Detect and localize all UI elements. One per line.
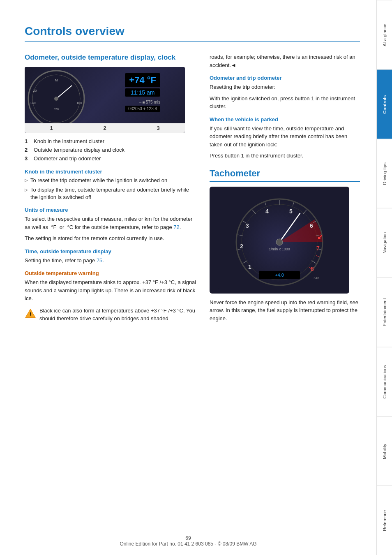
odometer-instruction: With the ignition switched on, press but… — [210, 95, 360, 111]
cluster-inner: M 20 140 150 180 150 +74 °F 11 — [25, 67, 185, 133]
svg-text:3: 3 — [246, 222, 249, 229]
units-text: To select the respective units of measur… — [25, 215, 197, 231]
svg-text:!: ! — [30, 312, 31, 317]
units-heading: Units of measure — [25, 207, 197, 213]
knob-section-heading: Knob in the instrument cluster — [25, 169, 197, 175]
svg-text:150: 150 — [54, 108, 59, 111]
svg-text:2: 2 — [240, 243, 243, 250]
svg-text:↙: ↙ — [317, 234, 323, 240]
time-display: 11:15 am — [125, 88, 160, 97]
svg-text:6: 6 — [310, 222, 313, 229]
center-display: +74 °F 11:15 am →■ 575 mls 032050 + 123.… — [125, 73, 160, 112]
tachometer-image: 1 2 3 4 5 6 7 8 — [210, 187, 349, 294]
warning-box-text: Black ice can also form at temperatures … — [39, 307, 197, 323]
svg-text:7: 7 — [316, 245, 320, 252]
warning-box: ! Black ice can also form at temperature… — [25, 307, 197, 326]
sidebar-item-at-a-glance[interactable]: At a glance — [377, 0, 392, 69]
knob-bullet-1: To reset the trip odometer while the ign… — [25, 177, 197, 184]
svg-text:1/min x 1000: 1/min x 1000 — [269, 247, 290, 251]
parked-text: If you still want to view the time, outs… — [210, 125, 360, 149]
svg-text:20: 20 — [33, 89, 37, 92]
odometer-trip-display: 032050 + 123.8 — [125, 106, 160, 112]
svg-point-8 — [54, 97, 58, 101]
speedometer-svg: M 20 140 150 180 150 — [27, 69, 86, 129]
outside-temp-warning-text: When the displayed temperature sinks to … — [25, 278, 197, 303]
odometer-reset-text: Resetting the trip odometer: — [210, 83, 360, 91]
two-column-layout: Odometer, outside temperature display, c… — [25, 53, 360, 547]
page-title: Controls overview — [25, 25, 360, 42]
tachometer-description: Never force the engine speed up into the… — [210, 298, 360, 323]
svg-text:140: 140 — [30, 101, 36, 105]
odometer-section-heading: Odometer, outside temperature display, c… — [25, 53, 197, 62]
sidebar-item-entertainment[interactable]: Entertainment — [377, 278, 392, 347]
odometer-miles: 575 mls — [146, 100, 160, 104]
footer-text: Online Edition for Part no. 01 41 2 603 … — [120, 541, 256, 547]
sidebar-item-mobility[interactable]: Mobility — [377, 416, 392, 486]
svg-text:M: M — [55, 78, 58, 82]
units-link[interactable]: 72 — [173, 224, 179, 230]
svg-text:340: 340 — [314, 276, 319, 280]
svg-text:4: 4 — [265, 208, 269, 215]
sidebar-item-reference[interactable]: Reference — [377, 486, 392, 555]
outside-temp-warning-heading: Outside temperature warning — [25, 270, 197, 276]
image-label-1: 1 Knob in the instrument cluster — [25, 138, 197, 145]
tachometer-heading: Tachometer — [210, 168, 360, 182]
units-text2: The setting is stored for the remote con… — [25, 234, 197, 243]
time-display-text: Setting the time, refer to page 75. — [25, 257, 197, 265]
tachometer-svg: 1 2 3 4 5 6 7 8 — [218, 191, 341, 289]
svg-text:180: 180 — [76, 101, 82, 105]
sidebar: At a glance Controls Driving tips Naviga… — [376, 0, 392, 555]
svg-point-41 — [276, 239, 283, 245]
time-display-heading: Time, outside temperature display — [25, 248, 197, 254]
sidebar-item-controls[interactable]: Controls — [377, 69, 392, 139]
temperature-display: +74 °F — [125, 73, 160, 87]
odometer-heading: Odometer and trip odometer — [210, 75, 360, 81]
warning-triangle-icon: ! — [25, 308, 36, 319]
knob-bullet-list: To reset the trip odometer while the ign… — [25, 177, 197, 201]
sidebar-item-driving-tips[interactable]: Driving tips — [377, 139, 392, 208]
cluster-num-2: 2 — [103, 125, 106, 131]
sidebar-item-communications[interactable]: Communications — [377, 347, 392, 416]
svg-text:+4.0: +4.0 — [275, 273, 284, 278]
continued-text: roads, for example; otherwise, there is … — [210, 53, 360, 69]
cluster-num-3: 3 — [157, 125, 159, 131]
image-labels-list: 1 Knob in the instrument cluster 2 Outsi… — [25, 138, 197, 163]
svg-text:5: 5 — [289, 208, 293, 215]
main-content: Controls overview Odometer, outside temp… — [0, 0, 376, 555]
sidebar-item-navigation[interactable]: Navigation — [377, 208, 392, 278]
parked-heading: When the vehicle is parked — [210, 116, 360, 123]
image-label-3: 3 Odometer and trip odometer — [25, 155, 197, 162]
left-column: Odometer, outside temperature display, c… — [25, 53, 197, 547]
svg-text:1: 1 — [248, 264, 251, 270]
cluster-label-bar: 1 2 3 — [25, 123, 185, 133]
image-label-2: 2 Outside temperature display and clock — [25, 146, 197, 154]
right-column: roads, for example; otherwise, there is … — [210, 53, 360, 547]
cluster-num-1: 1 — [50, 125, 53, 131]
page-number: 69 — [185, 535, 191, 541]
page-footer: 69 Online Edition for Part no. 01 41 2 6… — [0, 535, 376, 547]
tachometer-section: Tachometer — [210, 168, 360, 323]
time-link[interactable]: 75 — [97, 257, 102, 264]
cluster-image: M 20 140 150 180 150 +74 °F 11 — [25, 67, 185, 133]
knob-bullet-2: To display the time, outside temperature… — [25, 186, 197, 201]
parked-instruction: Press button 1 in the instrument cluster… — [210, 152, 360, 160]
